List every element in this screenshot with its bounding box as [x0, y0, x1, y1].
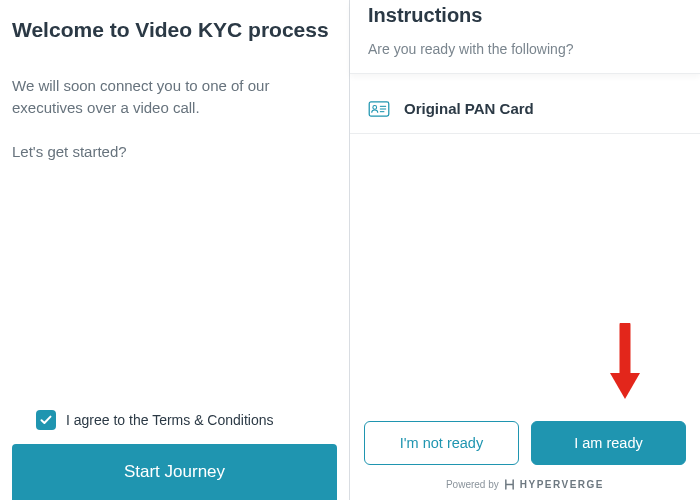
start-journey-button[interactable]: Start Journey	[12, 444, 337, 500]
hyperverge-logo-icon	[504, 479, 515, 490]
consent-row[interactable]: I agree to the Terms & Conditions	[12, 410, 337, 430]
check-icon	[40, 414, 52, 426]
arrow-down-icon	[608, 323, 642, 403]
brand-name: HYPERVERGE	[520, 479, 604, 490]
id-card-icon	[368, 101, 390, 117]
welcome-body-2: Let's get started?	[12, 143, 337, 160]
instructions-title: Instructions	[368, 4, 682, 27]
instructions-header: Instructions Are you ready with the foll…	[350, 0, 700, 74]
consent-checkbox[interactable]	[36, 410, 56, 430]
welcome-body-1: We will soon connect you to one of our e…	[12, 75, 337, 119]
welcome-title: Welcome to Video KYC process	[12, 16, 337, 43]
welcome-panel: Welcome to Video KYC process We will soo…	[0, 0, 350, 500]
instructions-subtitle: Are you ready with the following?	[368, 41, 682, 57]
ready-button[interactable]: I am ready	[531, 421, 686, 465]
not-ready-button[interactable]: I'm not ready	[364, 421, 519, 465]
requirement-label: Original PAN Card	[404, 100, 534, 117]
footer: Powered by HYPERVERGE	[350, 473, 700, 500]
powered-by-label: Powered by	[446, 479, 499, 490]
instructions-panel: Instructions Are you ready with the foll…	[350, 0, 700, 500]
svg-point-1	[373, 105, 377, 109]
requirement-item: Original PAN Card	[350, 84, 700, 134]
action-row: I'm not ready I am ready	[350, 411, 700, 473]
consent-label: I agree to the Terms & Conditions	[66, 412, 274, 428]
